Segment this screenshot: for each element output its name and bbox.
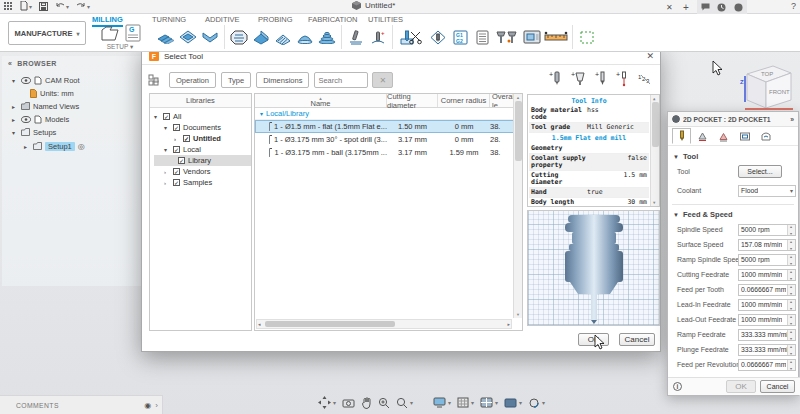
collapse-browser-icon[interactable]: « bbox=[8, 60, 12, 67]
tool-library-icon[interactable] bbox=[427, 27, 449, 47]
workspace-selector[interactable]: MANUFACTURE▾ bbox=[8, 21, 86, 45]
lib-item-all[interactable]: ▾✓All bbox=[154, 111, 251, 122]
expander-icon[interactable]: ▸ bbox=[24, 143, 30, 150]
setup1-label[interactable]: Setup1 bbox=[45, 142, 75, 151]
machine-icon[interactable] bbox=[521, 27, 543, 47]
viewports-icon[interactable]: ▾ bbox=[480, 397, 498, 408]
tool-row-3[interactable]: 1 - Ø3.175 mm - ball (3.175mm ... 3.17 m… bbox=[255, 146, 522, 159]
feed-section-header[interactable]: ▼Feed & Speed bbox=[668, 207, 738, 221]
search-input[interactable] bbox=[314, 72, 368, 88]
lead-out-feedrate-input[interactable]: 1000 mm/min bbox=[738, 314, 796, 326]
tab-turning[interactable]: TURNING bbox=[152, 15, 186, 24]
setup-sheet-icon[interactable] bbox=[471, 27, 493, 47]
3d-spiral-icon[interactable] bbox=[316, 27, 338, 47]
new-holder-icon[interactable]: + bbox=[571, 71, 585, 87]
ramp-spindle-speed-input[interactable]: 5000 rpm bbox=[738, 254, 796, 266]
tab-tool[interactable] bbox=[672, 128, 691, 144]
lib-item-untitled[interactable]: ›✓Untitled bbox=[154, 133, 251, 144]
look-at-icon[interactable] bbox=[342, 398, 355, 408]
tab-probing[interactable]: PROBING bbox=[258, 15, 293, 24]
expander-icon[interactable]: ▾ bbox=[12, 129, 18, 136]
pocket-cancel-button[interactable]: Cancel bbox=[760, 380, 795, 393]
tab-geometry[interactable] bbox=[693, 128, 712, 144]
trim-scissors-icon[interactable] bbox=[405, 27, 427, 47]
new-probe-icon[interactable]: + bbox=[616, 71, 628, 87]
pan-hand-icon[interactable] bbox=[361, 397, 372, 409]
browser-item-units[interactable]: Units: mm bbox=[30, 87, 74, 99]
filter-dimensions-button[interactable]: Dimensions bbox=[256, 72, 309, 88]
grid-snaps-icon[interactable]: ▾ bbox=[457, 397, 474, 408]
column-name[interactable]: ▴Name bbox=[255, 94, 387, 107]
2d-pocket-icon[interactable] bbox=[177, 27, 199, 47]
browser-item-setup1[interactable]: ▸ Setup1 ◎ bbox=[24, 140, 85, 152]
browser-item-cam-root[interactable]: ▾ CAM Root bbox=[12, 74, 80, 86]
zoom-icon[interactable] bbox=[378, 397, 390, 409]
lib-item-library[interactable]: ✓Library bbox=[154, 155, 251, 166]
redo-icon[interactable]: ▾ bbox=[76, 2, 90, 10]
comments-count-icon[interactable]: ◉ bbox=[144, 401, 151, 410]
3d-pocket-icon[interactable] bbox=[250, 27, 272, 47]
library-view-icon[interactable] bbox=[148, 74, 161, 87]
2d-contour-icon[interactable] bbox=[199, 27, 221, 47]
clear-search-icon[interactable]: ✕ bbox=[372, 72, 393, 88]
pocket-panel-header[interactable]: 2D POCKET : 2D POCKET1 » bbox=[668, 112, 798, 127]
new-mill-tool-icon[interactable]: + bbox=[549, 71, 561, 87]
3d-parallel-icon[interactable] bbox=[272, 27, 294, 47]
tool-section-header[interactable]: ▼Tool bbox=[668, 149, 703, 163]
comments-bar[interactable]: COMMENTS ◉ › bbox=[0, 395, 163, 414]
setup-group-label[interactable]: SETUP ▾ bbox=[92, 43, 148, 51]
measure-icon[interactable] bbox=[543, 27, 569, 47]
tool-preview[interactable] bbox=[527, 210, 660, 326]
tool-row-2[interactable]: 1 - Ø3.175 mm 30° - spot drill (3... 3.1… bbox=[255, 133, 522, 146]
pocket-ok-button[interactable]: OK bbox=[726, 380, 756, 393]
display-settings-icon[interactable]: ▾ bbox=[433, 397, 451, 408]
browser-item-models[interactable]: ▸ Models bbox=[12, 113, 69, 125]
history-clock-icon[interactable] bbox=[717, 3, 726, 12]
3d-scallop-icon[interactable] bbox=[294, 27, 316, 47]
comments-expand-icon[interactable]: › bbox=[155, 401, 158, 410]
dialog-cancel-button[interactable]: Cancel bbox=[619, 333, 655, 346]
2d-adaptive-icon[interactable] bbox=[155, 27, 177, 47]
lib-item-documents[interactable]: ▾✓Documents bbox=[154, 122, 251, 133]
multiaxis-flow-icon[interactable]: + bbox=[367, 27, 389, 47]
lib-item-vendors[interactable]: ›✓Vendors bbox=[154, 166, 251, 177]
save-icon[interactable] bbox=[39, 2, 48, 11]
app-grid-icon[interactable] bbox=[4, 2, 13, 11]
tab-linking[interactable] bbox=[756, 128, 775, 144]
column-corner-radius[interactable]: Corner radius bbox=[438, 94, 490, 107]
orbit-mode-icon[interactable]: ▾ bbox=[528, 397, 545, 409]
info-icon[interactable]: i bbox=[673, 382, 682, 391]
3d-adaptive-icon[interactable] bbox=[228, 27, 250, 47]
filter-type-button[interactable]: Type bbox=[221, 72, 251, 88]
expander-icon[interactable]: ▸ bbox=[12, 116, 18, 123]
browser-item-setups[interactable]: ▾ Setups bbox=[12, 126, 56, 138]
expander-icon[interactable]: ▸ bbox=[12, 103, 18, 110]
panel-expand-icon[interactable]: » bbox=[790, 116, 794, 123]
lib-item-samples[interactable]: ›✓Samples bbox=[154, 177, 251, 188]
renumber-tools-icon[interactable]: 123 bbox=[638, 72, 652, 86]
viewcube[interactable]: TOP FRONT Z X bbox=[733, 56, 797, 116]
table-vertical-scrollbar[interactable] bbox=[513, 94, 522, 318]
setup-target-icon[interactable]: ◎ bbox=[78, 142, 85, 151]
tool-info-scrollbar[interactable] bbox=[650, 95, 659, 206]
tool-holder-icon[interactable] bbox=[493, 27, 521, 47]
browser-header[interactable]: « BROWSER bbox=[2, 56, 160, 70]
multiaxis-swarf-icon[interactable] bbox=[345, 27, 367, 47]
tab-additive[interactable]: ADDITIVE bbox=[205, 15, 240, 24]
ramp-feedrate-input[interactable]: 333.333 mm/min bbox=[738, 329, 796, 341]
document-tab[interactable]: Untitled* bbox=[352, 1, 395, 10]
surface-speed-input[interactable]: 157.08 m/min bbox=[738, 239, 796, 251]
browser-item-named-views[interactable]: ▸ Named Views bbox=[12, 100, 79, 112]
tool-row-1[interactable]: 1 - Ø1.5 mm - flat (1.5mm Flat e... 1.50… bbox=[255, 120, 522, 133]
feed-per-revolution-input[interactable]: 0.0666667 mm bbox=[738, 359, 796, 371]
visibility-eye-icon[interactable] bbox=[21, 77, 31, 84]
table-horizontal-scrollbar[interactable] bbox=[256, 319, 512, 329]
plunge-feedrate-input[interactable]: 333.333 mm/min bbox=[738, 344, 796, 356]
spindle-speed-input[interactable]: 5000 rpm bbox=[738, 224, 796, 236]
selection-box-icon[interactable] bbox=[576, 27, 598, 47]
tab-close-icon[interactable]: ✕ bbox=[666, 0, 673, 14]
library-group-row[interactable]: ▾Local/Library bbox=[255, 108, 522, 120]
feed-per-tooth-input[interactable]: 0.0666667 mm bbox=[738, 284, 796, 296]
undo-icon[interactable]: ▾ bbox=[55, 2, 69, 10]
tool-select-button[interactable]: Select... bbox=[738, 165, 782, 178]
